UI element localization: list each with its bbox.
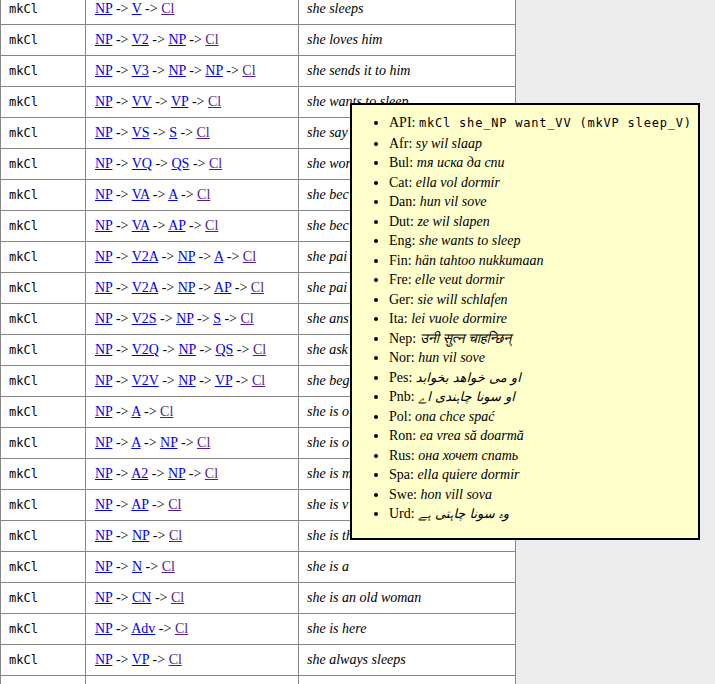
category-link-NP[interactable]: NP bbox=[168, 63, 185, 78]
category-link-Cl[interactable]: Cl bbox=[209, 156, 222, 171]
category-link-A[interactable]: A bbox=[131, 404, 140, 419]
category-link-NP[interactable]: NP bbox=[95, 1, 112, 16]
category-link-Cl[interactable]: Cl bbox=[205, 466, 218, 481]
category-link-QS[interactable]: QS bbox=[172, 156, 190, 171]
category-link-Cl[interactable]: Cl bbox=[251, 280, 264, 295]
translation-item: Pol: ona chce spać bbox=[389, 407, 692, 427]
category-link-NP[interactable]: NP bbox=[95, 652, 112, 667]
category-link-NP[interactable]: NP bbox=[95, 373, 112, 388]
category-link-AP[interactable]: AP bbox=[131, 497, 148, 512]
category-link-NP[interactable]: NP bbox=[95, 497, 112, 512]
category-link-Cl[interactable]: Cl bbox=[242, 63, 255, 78]
category-link-V3[interactable]: V3 bbox=[132, 63, 149, 78]
example-cell[interactable]: she is a bbox=[299, 552, 516, 583]
category-link-VP[interactable]: VP bbox=[132, 652, 149, 667]
category-link-N[interactable]: N bbox=[132, 559, 142, 574]
category-link-NP[interactable]: NP bbox=[205, 63, 222, 78]
category-link-AP[interactable]: AP bbox=[168, 218, 185, 233]
category-link-V[interactable]: V bbox=[132, 1, 142, 16]
category-link-NP[interactable]: NP bbox=[95, 311, 112, 326]
category-link-Cl[interactable]: Cl bbox=[205, 32, 218, 47]
category-link-NP[interactable]: NP bbox=[178, 373, 195, 388]
category-link-S[interactable]: S bbox=[169, 125, 177, 140]
category-link-VP[interactable]: VP bbox=[215, 373, 232, 388]
category-link-Cl[interactable]: Cl bbox=[168, 497, 181, 512]
category-link-NP[interactable]: NP bbox=[95, 528, 112, 543]
example-cell[interactable]: she is here bbox=[299, 614, 516, 645]
category-link-QS[interactable]: QS bbox=[215, 342, 233, 357]
category-link-Cl[interactable]: Cl bbox=[253, 342, 266, 357]
category-link-NP[interactable]: NP bbox=[178, 249, 195, 264]
category-link-NP[interactable]: NP bbox=[95, 466, 112, 481]
category-link-NP[interactable]: NP bbox=[176, 311, 193, 326]
category-link-A[interactable]: A bbox=[131, 435, 140, 450]
category-link-NP[interactable]: NP bbox=[95, 342, 112, 357]
category-link-Cl[interactable]: Cl bbox=[252, 373, 265, 388]
category-link-VQ[interactable]: VQ bbox=[132, 156, 152, 171]
category-link-NP[interactable]: NP bbox=[95, 32, 112, 47]
category-link-Cl[interactable]: Cl bbox=[175, 621, 188, 636]
category-link-NP[interactable]: NP bbox=[95, 125, 112, 140]
category-link-Cl[interactable]: Cl bbox=[197, 187, 210, 202]
category-link-NP[interactable]: NP bbox=[95, 590, 112, 605]
category-link-Adv[interactable]: Adv bbox=[131, 621, 155, 636]
category-link-NP[interactable]: NP bbox=[95, 63, 112, 78]
category-link-Cl[interactable]: Cl bbox=[160, 404, 173, 419]
category-link-NP[interactable]: NP bbox=[95, 559, 112, 574]
category-link-A2[interactable]: A2 bbox=[131, 466, 148, 481]
example-cell[interactable]: she sleeps bbox=[299, 0, 516, 25]
category-link-VS[interactable]: VS bbox=[132, 125, 150, 140]
category-link-A[interactable]: A bbox=[168, 187, 177, 202]
example-cell[interactable]: she always sleeps bbox=[299, 645, 516, 676]
category-link-V2S[interactable]: V2S bbox=[132, 311, 157, 326]
category-link-V2A[interactable]: V2A bbox=[132, 249, 158, 264]
category-link-Cl[interactable]: Cl bbox=[208, 94, 221, 109]
category-link-VA[interactable]: VA bbox=[132, 187, 150, 202]
category-link-NP[interactable]: NP bbox=[168, 32, 185, 47]
example-cell[interactable]: she is an old woman bbox=[299, 583, 516, 614]
example-cell[interactable]: she loves him bbox=[299, 25, 516, 56]
category-link-VP[interactable]: VP bbox=[171, 94, 188, 109]
category-link-NP[interactable]: NP bbox=[95, 280, 112, 295]
category-link-NP[interactable]: NP bbox=[179, 342, 196, 357]
rule-cell: NP -> VA -> A -> Cl bbox=[86, 180, 299, 211]
category-link-Cl[interactable]: Cl bbox=[169, 652, 182, 667]
category-link-NP[interactable]: NP bbox=[95, 94, 112, 109]
category-link-Cl[interactable]: Cl bbox=[240, 311, 253, 326]
category-link-NP[interactable]: NP bbox=[95, 435, 112, 450]
category-link-NP[interactable]: NP bbox=[95, 249, 112, 264]
category-link-CN[interactable]: CN bbox=[132, 590, 151, 605]
translation-value: hän tahtoo nukkumaan bbox=[415, 253, 543, 268]
category-link-NP[interactable]: NP bbox=[95, 156, 112, 171]
category-link-Cl[interactable]: Cl bbox=[205, 218, 218, 233]
category-link-NP[interactable]: NP bbox=[168, 466, 185, 481]
category-link-AP[interactable]: AP bbox=[214, 280, 231, 295]
category-link-NP[interactable]: NP bbox=[95, 218, 112, 233]
category-link-NP[interactable]: NP bbox=[95, 404, 112, 419]
translation-item: Cat: ella vol dormir bbox=[389, 173, 692, 193]
category-link-NP[interactable]: NP bbox=[95, 621, 112, 636]
category-link-VV[interactable]: VV bbox=[132, 94, 152, 109]
category-link-VA[interactable]: VA bbox=[132, 218, 150, 233]
category-link-NP[interactable]: NP bbox=[95, 187, 112, 202]
category-link-Cl[interactable]: Cl bbox=[161, 1, 174, 16]
example-cell[interactable]: there is a house bbox=[299, 676, 516, 684]
category-link-Cl[interactable]: Cl bbox=[243, 249, 256, 264]
category-link-V2[interactable]: V2 bbox=[132, 32, 149, 47]
category-link-V2V[interactable]: V2V bbox=[132, 373, 159, 388]
category-link-S[interactable]: S bbox=[213, 311, 221, 326]
category-link-NP[interactable]: NP bbox=[160, 435, 177, 450]
category-link-V2A[interactable]: V2A bbox=[132, 280, 158, 295]
category-link-Cl[interactable]: Cl bbox=[197, 125, 210, 140]
category-link-Cl[interactable]: Cl bbox=[197, 435, 210, 450]
category-link-NP[interactable]: NP bbox=[178, 280, 195, 295]
category-link-Cl[interactable]: Cl bbox=[162, 559, 175, 574]
category-link-Cl[interactable]: Cl bbox=[171, 590, 184, 605]
category-link-NP[interactable]: NP bbox=[132, 528, 149, 543]
category-link-A[interactable]: A bbox=[214, 249, 223, 264]
rule-cell: NP -> A -> NP -> Cl bbox=[86, 428, 299, 459]
category-link-Cl[interactable]: Cl bbox=[169, 528, 182, 543]
example-cell[interactable]: she sends it to him bbox=[299, 56, 516, 87]
category-link-V2Q[interactable]: V2Q bbox=[132, 342, 159, 357]
function-name-cell: mkCl bbox=[1, 490, 86, 521]
